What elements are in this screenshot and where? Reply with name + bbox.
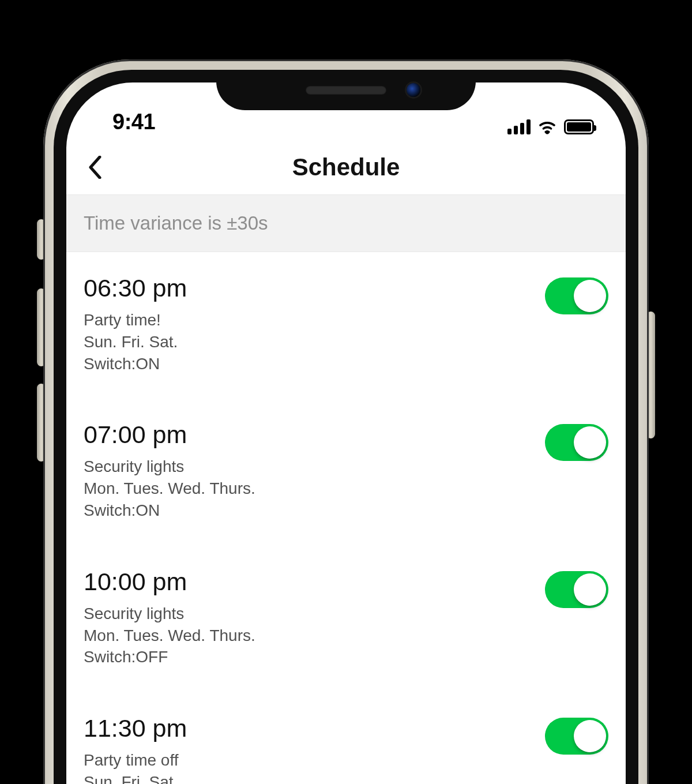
schedule-toggle[interactable] xyxy=(545,424,608,461)
schedule-row[interactable]: 06:30 pm Party time! Sun. Fri. Sat. Swit… xyxy=(66,252,626,399)
schedule-time: 07:00 pm xyxy=(84,421,255,449)
schedule-time: 10:00 pm xyxy=(84,568,255,596)
back-button[interactable] xyxy=(81,153,110,182)
time-variance-banner: Time variance is ±30s xyxy=(66,195,626,252)
schedule-toggle[interactable] xyxy=(545,718,608,755)
phone-bezel: 9:41 xyxy=(54,70,638,784)
page-title: Schedule xyxy=(292,153,400,181)
schedule-details: Party time off Sun. Fri. Sat. Switch:OFF xyxy=(84,749,187,784)
schedule-toggle[interactable] xyxy=(545,277,608,314)
chevron-left-icon xyxy=(88,156,102,179)
phone-front-camera xyxy=(407,83,420,97)
phone-speaker xyxy=(306,86,386,95)
phone-screen: 9:41 xyxy=(66,82,626,784)
schedule-list: 06:30 pm Party time! Sun. Fri. Sat. Swit… xyxy=(66,252,626,784)
schedule-row[interactable]: 07:00 pm Security lights Mon. Tues. Wed.… xyxy=(66,399,626,545)
statusbar-indicators xyxy=(507,119,594,134)
cellular-signal-icon xyxy=(507,119,531,134)
schedule-details: Party time! Sun. Fri. Sat. Switch:ON xyxy=(84,309,187,374)
phone-frame: 9:41 xyxy=(43,59,649,784)
app-header: Schedule xyxy=(66,140,626,195)
statusbar-time: 9:41 xyxy=(112,110,155,134)
wifi-icon xyxy=(537,119,557,134)
schedule-time: 11:30 pm xyxy=(84,714,187,742)
schedule-row[interactable]: 10:00 pm Security lights Mon. Tues. Wed.… xyxy=(66,546,626,692)
schedule-row[interactable]: 11:30 pm Party time off Sun. Fri. Sat. S… xyxy=(66,692,626,784)
schedule-details: Security lights Mon. Tues. Wed. Thurs. S… xyxy=(84,456,255,521)
schedule-toggle[interactable] xyxy=(545,571,608,608)
schedule-details: Security lights Mon. Tues. Wed. Thurs. S… xyxy=(84,603,255,668)
battery-icon xyxy=(564,119,594,134)
stage: 9:41 xyxy=(0,0,692,784)
schedule-time: 06:30 pm xyxy=(84,274,187,302)
